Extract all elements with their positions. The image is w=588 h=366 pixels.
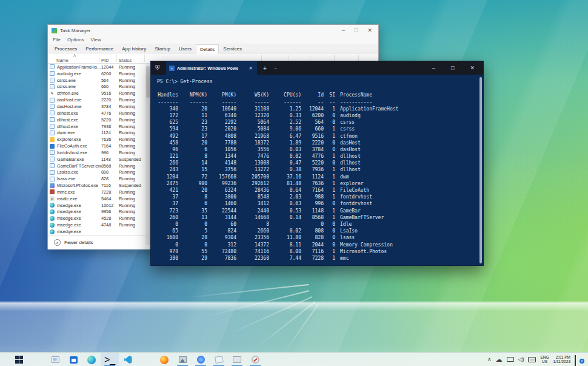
photos-icon xyxy=(179,356,187,363)
cell: 22544 xyxy=(207,208,236,214)
cell-processname: ApplicationFrameHost xyxy=(340,106,398,112)
taskbar-app-edge[interactable] xyxy=(82,353,101,366)
menu-view[interactable]: View xyxy=(90,37,101,42)
process-pid: 808 xyxy=(101,169,119,175)
new-tab-button[interactable]: + xyxy=(263,65,267,72)
speaker-icon[interactable]: ◁) xyxy=(518,356,524,362)
scrollbar[interactable] xyxy=(145,64,150,245)
column-header-status[interactable]: Status xyxy=(119,58,132,63)
system-tray: ∧ ☁ ◁) ▭▭ ENG US 2:01 PM 1/11/2023 6 xyxy=(487,353,588,366)
menu-options[interactable]: Options xyxy=(67,37,84,42)
column-header-pid[interactable]: PID xyxy=(101,58,109,63)
minimize-button[interactable]: – xyxy=(342,28,345,33)
process-status: Running xyxy=(119,110,147,116)
column-header-name[interactable]: Name xyxy=(56,58,68,63)
taskbar-app-media[interactable] xyxy=(46,353,64,366)
taskbar-app-settings[interactable] xyxy=(28,353,46,366)
tray-chevron-up-icon[interactable]: ∧ xyxy=(487,356,492,362)
close-button[interactable]: ✕ xyxy=(367,28,372,33)
process-status: Running xyxy=(119,104,147,109)
cell: WS(K) xyxy=(236,92,269,98)
cell-processname: FileCoAuth xyxy=(340,187,369,194)
prompt: PS C:\> xyxy=(157,78,181,85)
cell: 1 xyxy=(324,174,335,180)
cell: 7116 xyxy=(301,248,324,255)
tab-services[interactable]: Services xyxy=(219,44,246,53)
taskbar: >_ ∧ ☁ ◁) ▭▭ ENG US 2:01 PM 1/11/2023 6 xyxy=(0,352,588,366)
terminal-row: 458207788183721.8922200dasHost xyxy=(157,140,483,146)
minimize-button[interactable]: – xyxy=(432,65,435,71)
cell: 1 xyxy=(324,126,335,132)
language-indicator[interactable]: ENG US xyxy=(540,355,549,364)
column-separator[interactable] xyxy=(99,55,99,62)
cell: 1 xyxy=(324,166,335,173)
taskbar-app-firefox[interactable] xyxy=(155,353,173,366)
cell: 12320 xyxy=(236,112,269,119)
tab-processes[interactable]: Processes xyxy=(50,44,81,53)
process-name: LsaIso.exe xyxy=(57,169,101,175)
task-manager-titlebar[interactable]: Task Manager – □ ✕ xyxy=(48,25,378,36)
taskbar-app-powertoys[interactable] xyxy=(192,353,210,366)
taskbar-app-recorder[interactable] xyxy=(246,353,264,366)
terminal-tab[interactable]: > Administrator: Windows Powe ✕ xyxy=(166,61,257,75)
cell: 0.53 xyxy=(269,208,301,214)
terminal-row: 12047215766820570037.1611241dwm xyxy=(157,174,483,180)
taskbar-app-frame[interactable] xyxy=(228,353,246,366)
cell: PM(K) xyxy=(207,92,236,98)
taskbar-app-explorer[interactable] xyxy=(137,353,155,366)
column-separator[interactable] xyxy=(144,55,145,62)
cell: 988 xyxy=(301,194,324,200)
cell: 7.44 xyxy=(269,255,301,262)
tab-performance[interactable]: Performance xyxy=(81,44,118,53)
tab-close-icon[interactable]: ✕ xyxy=(247,66,254,71)
clock[interactable]: 2:01 PM 1/11/2023 xyxy=(553,355,570,364)
process-name: ctfmon.exe xyxy=(57,90,101,96)
maximize-button[interactable]: □ xyxy=(355,28,358,33)
cell: 0.14 xyxy=(269,214,301,221)
terminal-titlebar[interactable]: ⛨ > Administrator: Windows Powe ✕ + ⌄ – … xyxy=(151,61,483,75)
tab-users[interactable]: Users xyxy=(175,44,196,53)
menu-file[interactable]: File xyxy=(53,37,61,42)
notification-center-button[interactable]: 6 xyxy=(575,356,583,363)
tab-dropdown-icon[interactable]: ⌄ xyxy=(274,66,278,70)
process-status: Running xyxy=(119,209,147,214)
taskbar-app-vscode[interactable] xyxy=(119,353,137,366)
terminal-output[interactable]: PS C:\> Get-Process HandlesNPM(K)PM(K)WS… xyxy=(151,75,483,266)
scrollbar[interactable] xyxy=(479,77,482,263)
cell: 1460 xyxy=(207,200,236,207)
app-process-icon xyxy=(50,150,55,155)
tab-details[interactable]: Details xyxy=(196,44,219,53)
terminal-row: 380297836223687.4472281mmc xyxy=(157,255,483,262)
process-name: audiodg.exe xyxy=(57,71,101,76)
process-pid: 828 xyxy=(101,176,119,181)
cell: 121 xyxy=(157,153,178,160)
tab-startup[interactable]: Startup xyxy=(150,44,175,53)
process-pid: 996 xyxy=(101,150,119,155)
scrollbar-thumb[interactable] xyxy=(146,66,150,98)
taskbar-app-terminal[interactable]: >_ xyxy=(101,353,119,366)
cell: 23356 xyxy=(236,234,269,241)
network-display-icon[interactable] xyxy=(507,357,514,362)
process-pid: 7164 xyxy=(101,143,119,149)
touch-keyboard-icon[interactable]: ▭▭ xyxy=(528,357,536,362)
app-process-icon xyxy=(50,163,55,168)
cell: 17 xyxy=(178,133,207,140)
cell: 978 xyxy=(157,248,178,255)
cell: 0 xyxy=(324,221,335,228)
taskbar-app-photos[interactable] xyxy=(173,353,192,366)
fewer-details-button[interactable]: Fewer details xyxy=(64,240,93,245)
cell: 31108 xyxy=(236,106,269,112)
blue-process-icon xyxy=(50,144,55,149)
onedrive-cloud-icon[interactable]: ☁ xyxy=(496,356,503,362)
column-separator[interactable] xyxy=(116,55,117,62)
command: Get-Process xyxy=(181,78,213,85)
cell: 2440 xyxy=(236,208,269,214)
cell: 2.03 xyxy=(269,194,301,200)
close-button[interactable]: ✕ xyxy=(470,65,475,71)
cell: 6200 xyxy=(301,112,324,119)
tab-app-history[interactable]: App history xyxy=(118,44,150,53)
taskbar-app-store[interactable] xyxy=(64,353,82,366)
taskbar-app-notes[interactable] xyxy=(210,353,228,366)
maximize-button[interactable]: □ xyxy=(451,65,454,71)
start-button[interactable] xyxy=(10,353,28,366)
